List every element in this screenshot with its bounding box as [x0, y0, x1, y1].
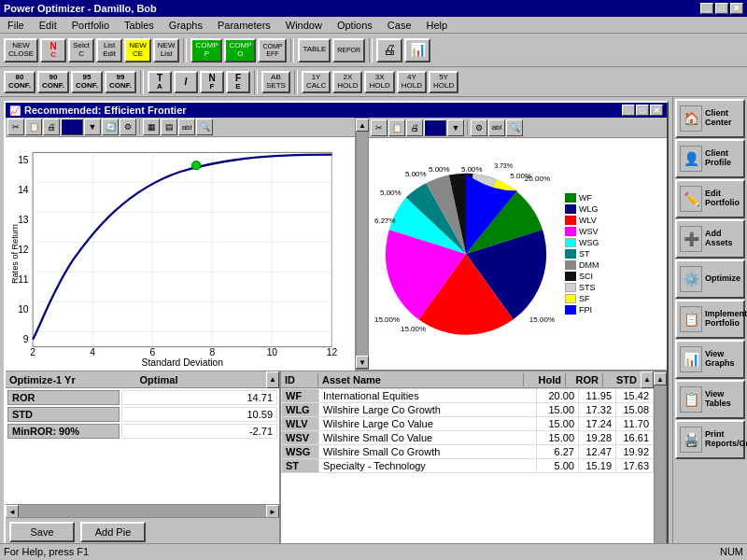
comp-o-button[interactable]: COMPO	[224, 38, 256, 63]
rt-print[interactable]: 🖨	[406, 119, 423, 136]
svg-text:4: 4	[90, 347, 95, 357]
sidebar-view-tables[interactable]: 📋 ViewTables	[675, 380, 745, 419]
assets-scroll-up[interactable]: ▲	[641, 371, 654, 388]
sidebar-client-center[interactable]: 🏠 ClientCenter	[675, 99, 745, 138]
ct-settings[interactable]: ⚙	[120, 119, 136, 135]
ct-refresh[interactable]: 🔄	[102, 119, 119, 135]
rt-zoom[interactable]: 🔍	[506, 119, 523, 136]
rt-down[interactable]: ▼	[447, 119, 464, 136]
ct-grid2[interactable]: ▤	[161, 119, 177, 135]
4y-button[interactable]: 4YHOLD	[397, 71, 427, 93]
i-button[interactable]: I	[174, 71, 198, 93]
ct-down[interactable]: ▼	[84, 119, 101, 135]
scroll-down-button[interactable]: ▼	[356, 356, 369, 369]
hscroll-right[interactable]: ►	[266, 505, 279, 518]
ct-zoom[interactable]: 🔍	[196, 119, 213, 135]
new-list-button[interactable]: NEWList	[153, 38, 180, 63]
menu-portfolio[interactable]: Portfolio	[68, 20, 113, 31]
stats-scroll-up[interactable]: ▲	[266, 371, 279, 388]
new-ce-button[interactable]: NEWCE	[124, 38, 151, 63]
menu-tables[interactable]: Tables	[120, 20, 158, 31]
menu-window[interactable]: Window	[282, 20, 326, 31]
rt-color[interactable]	[424, 119, 446, 136]
3x-button[interactable]: 3XHOLD	[364, 71, 394, 93]
assets-vscroll-track[interactable]	[655, 385, 666, 556]
sidebar-view-graphs[interactable]: 📊 ViewGraphs	[675, 340, 745, 379]
scroll-up-button[interactable]: ▲	[356, 119, 369, 132]
assets-button[interactable]: ABSETS	[261, 71, 290, 93]
inner-maximize-button[interactable]: □	[636, 105, 649, 116]
menu-parameters[interactable]: Parameters	[214, 20, 275, 31]
client-profile-label: ClientProfile	[705, 149, 731, 168]
assets-vscrollbar[interactable]: ▲ ▼	[654, 371, 667, 560]
2x-button[interactable]: 2XHOLD	[332, 71, 362, 93]
sidebar-add-assets[interactable]: ➕ AddAssets	[675, 219, 745, 259]
ta-button[interactable]: TA	[148, 71, 172, 93]
inner-close-button[interactable]: ✕	[650, 105, 663, 116]
add-assets-label: AddAssets	[705, 230, 733, 248]
menu-options[interactable]: Options	[333, 20, 376, 31]
comp-eff-button[interactable]: COMPEFF	[258, 38, 287, 63]
save-button[interactable]: Save	[9, 522, 75, 542]
scroll-track[interactable]	[357, 132, 368, 356]
svg-text:Standard Deviation: Standard Deviation	[142, 357, 224, 367]
sidebar-print[interactable]: 🖨️ PrintReports/Graphs	[675, 420, 745, 459]
svg-text:12: 12	[327, 347, 338, 357]
left-hscrollbar[interactable]: ◄ ►	[6, 504, 279, 517]
hscroll-track[interactable]	[19, 505, 266, 517]
col-asset-name: Asset Name	[318, 373, 524, 386]
select-c-button[interactable]: SelctC	[68, 38, 94, 63]
conf90-button[interactable]: 90CONF.	[37, 71, 69, 93]
list-edit-button[interactable]: ListEdit	[96, 38, 122, 63]
maximize-button[interactable]: □	[715, 3, 728, 14]
sidebar-edit-portfolio[interactable]: ✏️ EditPortfolio	[675, 179, 745, 218]
rt-copy[interactable]: 📋	[388, 119, 405, 136]
table-button[interactable]: TABLE	[298, 38, 331, 63]
assets-scroll-btn-up[interactable]: ▲	[654, 372, 667, 385]
1y-button[interactable]: 1YCALC	[302, 71, 331, 93]
5y-button[interactable]: 5YHOLD	[429, 71, 458, 93]
menu-case[interactable]: Case	[384, 20, 416, 31]
add-pie-button[interactable]: Add Pie	[80, 522, 146, 542]
left-chart-toolbar: ✂ 📋 🖨 ▼ 🔄 ⚙ ▦ ▤ abl 🔍	[6, 118, 355, 137]
legend-color-st	[565, 249, 576, 259]
rt-settings[interactable]: ⚙	[471, 119, 487, 136]
toolbar-1: NEWCLOSE NC SelctC ListEdit NEWCE NEWLis…	[0, 34, 747, 67]
ct-cut[interactable]: ✂	[7, 119, 24, 135]
sidebar-implement-portfolio[interactable]: 📋 ImplementPortfolio	[675, 300, 745, 339]
ct-print[interactable]: 🖨	[43, 119, 60, 135]
legend-label-sts: STS	[579, 283, 596, 292]
legend-color-sci	[565, 272, 576, 281]
menu-help[interactable]: Help	[423, 20, 452, 31]
conf99-button[interactable]: 99CONF.	[105, 71, 136, 93]
inner-minimize-button[interactable]: _	[622, 105, 635, 116]
comp-p-button[interactable]: COMPP	[190, 38, 222, 63]
icon-btn-2[interactable]: 📊	[404, 38, 430, 63]
new-c-button[interactable]: NC	[40, 38, 66, 63]
sidebar-client-profile[interactable]: 👤 ClientProfile	[675, 139, 745, 178]
menu-edit[interactable]: Edit	[35, 20, 61, 31]
minimize-button[interactable]: _	[700, 3, 713, 14]
conf95-button[interactable]: 95CONF.	[71, 71, 103, 93]
legend-wsg: WSG	[565, 238, 599, 247]
menu-graphs[interactable]: Graphs	[165, 20, 206, 31]
nf-button[interactable]: NF	[200, 71, 224, 93]
rt-cut[interactable]: ✂	[371, 119, 388, 136]
icon-btn-1[interactable]: 🖨	[376, 38, 402, 63]
sidebar-optimize[interactable]: ⚙️ Optimize	[675, 259, 745, 299]
main-scrollbar[interactable]: ▲ ▼	[356, 118, 369, 370]
fe-button[interactable]: FE	[226, 71, 250, 93]
ct-label[interactable]: abl	[178, 119, 195, 135]
menu-file[interactable]: File	[4, 20, 28, 31]
new-close-button[interactable]: NEWCLOSE	[4, 38, 38, 63]
ct-color[interactable]	[61, 119, 83, 135]
ct-grid[interactable]: ▦	[143, 119, 160, 135]
hscroll-left[interactable]: ◄	[6, 505, 19, 518]
view-tables-icon: 📋	[680, 386, 702, 413]
ct-copy[interactable]: 📋	[25, 119, 42, 135]
rt-label[interactable]: abl	[488, 119, 505, 136]
close-button[interactable]: ✕	[730, 3, 743, 14]
conf80-button[interactable]: 80CONF.	[4, 71, 35, 93]
svg-text:9: 9	[23, 334, 29, 344]
report-button[interactable]: REPOR	[332, 38, 365, 63]
